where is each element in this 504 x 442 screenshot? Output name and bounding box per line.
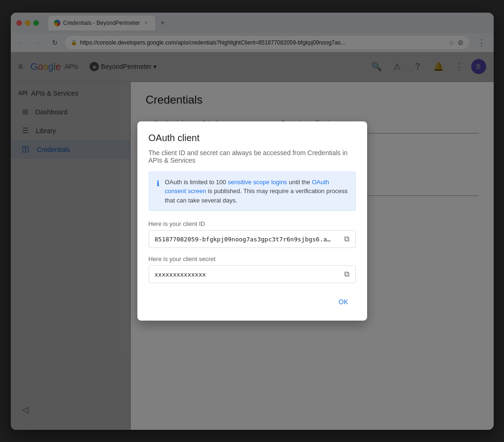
- info-text-before: OAuth is limited to 100: [165, 179, 228, 186]
- dialog-subtitle: The client ID and secret can always be a…: [149, 149, 356, 164]
- info-icon: ℹ: [157, 178, 159, 205]
- client-id-input-row: ⧉: [149, 230, 356, 248]
- info-text: OAuth is limited to 100 sensitive scope …: [165, 178, 348, 205]
- client-id-input[interactable]: [149, 232, 339, 247]
- client-secret-label: Here is your client secret: [149, 255, 356, 262]
- dialog-actions: OK: [149, 294, 356, 309]
- ok-button[interactable]: OK: [331, 294, 355, 309]
- info-box: ℹ OAuth is limited to 100 sensitive scop…: [149, 172, 356, 211]
- client-secret-input-row: ⧉: [149, 265, 356, 283]
- client-id-group: Here is your client ID ⧉: [149, 220, 356, 248]
- info-text-middle: until the: [287, 179, 312, 186]
- client-secret-input[interactable]: [149, 267, 339, 282]
- modal-overlay: OAuth client The client ID and secret ca…: [11, 13, 494, 430]
- copy-client-secret-button[interactable]: ⧉: [339, 266, 355, 283]
- client-secret-group: Here is your client secret ⧉: [149, 255, 356, 283]
- dialog-title: OAuth client: [149, 133, 356, 143]
- client-id-label: Here is your client ID: [149, 220, 356, 227]
- copy-client-id-button[interactable]: ⧉: [339, 231, 355, 247]
- oauth-client-dialog: OAuth client The client ID and secret ca…: [137, 121, 367, 321]
- sensitive-scope-link[interactable]: sensitive scope logins: [228, 179, 287, 186]
